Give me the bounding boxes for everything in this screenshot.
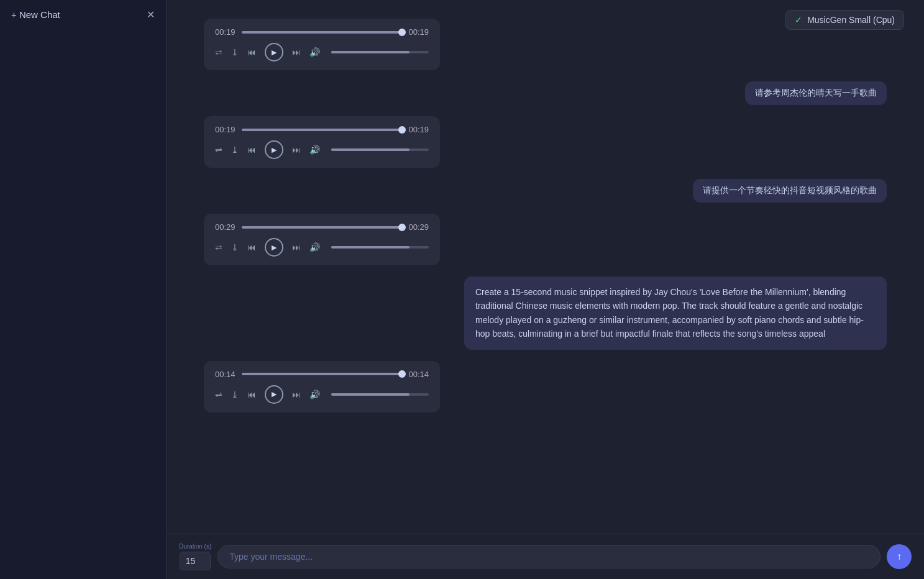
forward-icon-4[interactable]: ⏭ [292,390,301,399]
bottom-input-bar: Duration (s) ↑ [167,534,924,579]
audio-end-time-3: 00:29 [408,222,429,232]
audio-player-2: 00:19 00:19 ⇌ ⤓ ⏮ ▶ ⏭ 🔊 [204,116,440,168]
send-button[interactable]: ↑ [887,544,912,569]
chat-area: 00:19 00:19 ⇌ ⤓ ⏮ ▶ ⏭ 🔊 [167,6,924,579]
audio-progress-bar-1[interactable] [242,31,403,34]
close-sidebar-button[interactable]: ✕ [147,9,155,21]
forward-icon-1[interactable]: ⏭ [292,47,301,57]
volume-slider-1[interactable] [331,51,429,53]
play-button-2[interactable]: ▶ [265,140,283,159]
play-button-3[interactable]: ▶ [265,238,283,257]
duration-wrap: Duration (s) [179,543,211,570]
shuffle-icon-3[interactable]: ⇌ [215,242,222,252]
volume-icon-2[interactable]: 🔊 [309,145,320,155]
shuffle-icon-4[interactable]: ⇌ [215,390,222,399]
download-icon-4[interactable]: ⤓ [231,390,239,399]
new-chat-button[interactable]: + New Chat ✕ [0,0,166,29]
new-chat-label: + New Chat [11,9,60,20]
audio-player-4: 00:14 00:14 ⇌ ⤓ ⏮ ▶ ⏭ 🔊 [204,361,440,413]
forward-icon-3[interactable]: ⏭ [292,242,301,252]
audio-end-time-1: 00:19 [408,27,429,37]
download-icon-3[interactable]: ⤓ [231,242,239,252]
rewind-icon-3[interactable]: ⏮ [247,242,256,252]
forward-icon-2[interactable]: ⏭ [292,145,301,155]
shuffle-icon-1[interactable]: ⇌ [215,47,222,57]
rewind-icon-2[interactable]: ⏮ [247,145,256,155]
audio-progress-bar-4[interactable] [242,373,403,375]
volume-icon-4[interactable]: 🔊 [309,390,320,399]
user-message-long: Create a 15-second music snippet inspire… [464,276,887,350]
message-input[interactable] [217,545,881,568]
audio-player-1: 00:19 00:19 ⇌ ⤓ ⏮ ▶ ⏭ 🔊 [204,19,440,70]
audio-start-time-3: 00:29 [215,222,236,232]
duration-input[interactable] [180,552,211,570]
volume-icon-1[interactable]: 🔊 [309,47,320,57]
volume-slider-3[interactable] [331,246,429,248]
play-button-4[interactable]: ▶ [265,385,283,404]
download-icon-1[interactable]: ⤓ [231,47,239,57]
download-icon-2[interactable]: ⤓ [231,145,239,155]
volume-slider-2[interactable] [331,148,429,151]
audio-end-time-2: 00:19 [408,125,429,134]
duration-label: Duration (s) [179,543,211,550]
audio-player-3: 00:29 00:29 ⇌ ⤓ ⏮ ▶ ⏭ 🔊 [204,214,440,265]
user-message-1: 请参考周杰伦的晴天写一手歌曲 [745,81,887,105]
audio-start-time-4: 00:14 [215,370,236,379]
play-button-1[interactable]: ▶ [265,43,283,62]
volume-slider-4[interactable] [331,393,429,396]
audio-start-time-2: 00:19 [215,125,236,134]
sidebar: + New Chat ✕ [0,0,167,579]
main-panel: ✓ MusicGen Small (Cpu) 00:19 00:19 ⇌ ⤓ ⏮… [167,0,924,579]
model-check-icon: ✓ [795,15,802,25]
shuffle-icon-2[interactable]: ⇌ [215,145,222,155]
audio-end-time-4: 00:14 [408,370,429,379]
model-selector[interactable]: ✓ MusicGen Small (Cpu) [785,10,904,30]
audio-progress-bar-3[interactable] [242,226,403,229]
rewind-icon-4[interactable]: ⏮ [247,390,256,399]
volume-icon-3[interactable]: 🔊 [309,242,320,252]
rewind-icon-1[interactable]: ⏮ [247,47,256,57]
model-name-label: MusicGen Small (Cpu) [807,15,895,25]
audio-progress-bar-2[interactable] [242,129,403,131]
audio-start-time-1: 00:19 [215,27,236,37]
user-message-2: 请提供一个节奏轻快的抖音短视频风格的歌曲 [693,179,887,203]
